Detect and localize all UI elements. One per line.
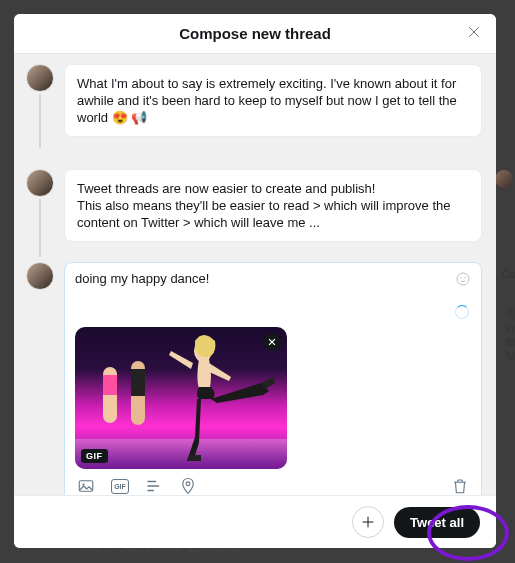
- svg-rect-4: [79, 481, 93, 492]
- add-gif-button[interactable]: GIF: [111, 477, 129, 495]
- tweet-text: Tweet threads are now easier to create a…: [77, 181, 451, 230]
- add-location-button[interactable]: [179, 477, 197, 495]
- gif-image: [75, 327, 287, 469]
- image-icon: [77, 477, 95, 495]
- avatar: [26, 262, 54, 290]
- tweet-bubble[interactable]: What I'm about to say is extremely excit…: [64, 64, 482, 137]
- gif-badge: GIF: [81, 449, 108, 463]
- background-side-text: M: [507, 350, 515, 364]
- modal-title: Compose new thread: [179, 25, 331, 42]
- modal-header: Compose new thread: [14, 14, 496, 54]
- close-button[interactable]: [466, 24, 486, 44]
- svg-point-5: [82, 483, 84, 485]
- delete-tweet-button[interactable]: [451, 477, 469, 495]
- tweet-text: What I'm about to say is extremely excit…: [77, 76, 457, 125]
- composer-card: doing my happy dance!: [64, 262, 482, 495]
- plus-icon: [360, 514, 376, 530]
- poll-icon: [145, 477, 163, 495]
- tweet-all-button[interactable]: Tweet all: [394, 507, 480, 538]
- svg-point-0: [457, 273, 469, 285]
- close-icon: [267, 337, 277, 347]
- add-image-button[interactable]: [77, 477, 95, 495]
- background-avatar: [495, 170, 513, 188]
- compose-modal: Compose new thread What I'm about to say…: [14, 14, 496, 548]
- trash-icon: [451, 477, 469, 495]
- loading-spinner: [455, 305, 469, 319]
- thread-item: Tweet threads are now easier to create a…: [26, 169, 482, 242]
- background-side-text: Co: [502, 268, 515, 282]
- add-tweet-button[interactable]: [352, 506, 384, 538]
- thread-line: [39, 199, 41, 257]
- composer-input[interactable]: doing my happy dance!: [75, 271, 455, 303]
- svg-point-1: [460, 277, 461, 278]
- avatar: [26, 169, 54, 197]
- thread-line: [39, 94, 41, 148]
- close-icon: [466, 24, 482, 40]
- dancer-figure: [165, 333, 275, 463]
- gif-icon: GIF: [111, 479, 129, 494]
- thread-item: What I'm about to say is extremely excit…: [26, 64, 482, 137]
- background-side-text: ©: [508, 308, 515, 322]
- modal-footer: Tweet all: [14, 495, 496, 548]
- add-poll-button[interactable]: [145, 477, 163, 495]
- composer-toolbar: GIF: [75, 469, 471, 495]
- location-icon: [179, 477, 197, 495]
- background-side-text: Pr: [505, 322, 515, 336]
- background-side-text: Bl: [506, 336, 515, 350]
- svg-point-2: [464, 277, 465, 278]
- emoji-button[interactable]: [455, 271, 471, 287]
- tweet-bubble[interactable]: Tweet threads are now easier to create a…: [64, 169, 482, 242]
- smile-icon: [455, 271, 471, 287]
- modal-body: What I'm about to say is extremely excit…: [14, 54, 496, 495]
- composer-row: doing my happy dance!: [26, 262, 482, 495]
- gif-attachment: GIF: [75, 327, 287, 469]
- avatar: [26, 64, 54, 92]
- svg-point-6: [186, 482, 190, 486]
- remove-gif-button[interactable]: [263, 333, 281, 351]
